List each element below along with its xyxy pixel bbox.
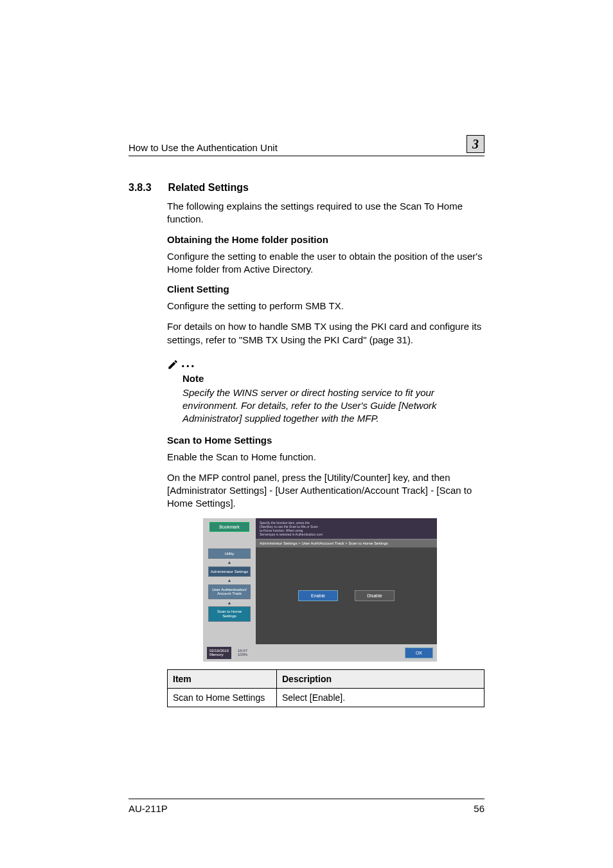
bookmark-button: Bookmark	[209, 522, 249, 532]
screenshot-breadcrumb-path: Administrator Settings > User Auth/Accou…	[256, 539, 437, 548]
subheading-client-setting: Client Setting	[167, 284, 484, 294]
screenshot-footer: 02/16/2010Memory 15:07100% OK	[203, 644, 437, 662]
screenshot-sidebar: Bookmark Utility ▲ Administrator Setting…	[203, 518, 256, 644]
screenshot-banner: Specify the function item, press the [St…	[256, 518, 437, 539]
arrow-icon: ▲	[227, 602, 232, 604]
page-footer: AU-211P 56	[129, 799, 484, 814]
subheading-home-folder: Obtaining the Home folder position	[167, 234, 484, 245]
arrow-icon: ▲	[227, 561, 232, 564]
footer-time: 15:07100%	[238, 649, 247, 657]
ok-button: OK	[405, 647, 433, 658]
table-row: Scan to Home Settings Select [Enable].	[168, 688, 484, 707]
crumb-admin: Administrator Settings	[208, 566, 251, 577]
table-cell-description: Select [Enable].	[277, 688, 484, 707]
arrow-icon: ▲	[227, 579, 232, 582]
note-label: Note	[182, 373, 484, 384]
text-client-1: Configure the setting to perform SMB TX.	[167, 300, 484, 312]
section-title: Related Settings	[168, 182, 249, 194]
note-icon	[167, 359, 179, 370]
screenshot-canvas: Enable Disable	[256, 548, 437, 644]
note-block: ... Note Specify the WINS server or dire…	[167, 356, 484, 426]
crumb-utility: Utility	[208, 548, 251, 559]
footer-page-number: 56	[474, 803, 484, 814]
section-intro: The following explains the settings requ…	[167, 200, 484, 226]
text-home-folder: Configure the setting to enable the user…	[167, 250, 484, 276]
subheading-scan-to-home: Scan to Home Settings	[167, 435, 484, 446]
footer-model: AU-211P	[129, 803, 168, 814]
running-title: How to Use the Authentication Unit	[129, 142, 278, 153]
table-header-description: Description	[277, 669, 484, 688]
footer-date: 02/16/2010Memory	[207, 647, 231, 659]
crumb-scan-home: Scan to Home Settings	[208, 606, 251, 621]
table-cell-item: Scan to Home Settings	[168, 688, 277, 707]
text-sth-1: Enable the Scan to Home function.	[167, 451, 484, 464]
enable-button: Enable	[298, 590, 338, 601]
text-sth-2: On the MFP control panel, press the [Uti…	[167, 471, 484, 511]
table-header-item: Item	[168, 669, 277, 688]
disable-button: Disable	[355, 590, 395, 601]
settings-table: Item Description Scan to Home Settings S…	[167, 669, 484, 707]
mfp-screenshot: Bookmark Utility ▲ Administrator Setting…	[203, 518, 437, 662]
chapter-number-badge: 3	[466, 135, 484, 153]
section-heading: 3.8.3 Related Settings	[129, 182, 484, 194]
running-header: How to Use the Authentication Unit 3	[129, 135, 484, 156]
crumb-auth: User Authentication/ Account Track	[208, 584, 251, 599]
text-client-2: For details on how to handle SMB TX usin…	[167, 320, 484, 347]
section-number: 3.8.3	[129, 182, 152, 194]
note-dots: ...	[181, 356, 196, 370]
note-text: Specify the WINS server or direct hostin…	[182, 386, 484, 426]
